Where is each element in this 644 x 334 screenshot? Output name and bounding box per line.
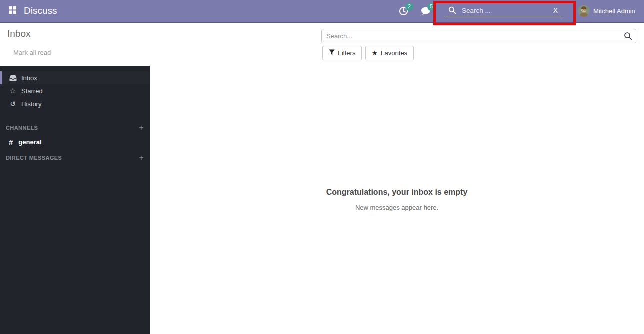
messages-systray-button[interactable]: 5 bbox=[419, 0, 437, 22]
apps-grid-icon bbox=[9, 6, 16, 16]
sidebar-item-label: Inbox bbox=[22, 74, 38, 82]
mark-all-read-button[interactable]: Mark all read bbox=[14, 49, 51, 56]
add-direct-message-button[interactable]: + bbox=[139, 154, 144, 162]
search-underline bbox=[444, 16, 562, 16]
breadcrumb: Inbox bbox=[8, 28, 30, 40]
sidebar-item-inbox[interactable]: Inbox bbox=[0, 72, 150, 84]
user-menu[interactable]: Mitchell Admin bbox=[578, 0, 636, 22]
direct-messages-header: DIRECT MESSAGES + bbox=[0, 154, 150, 162]
channel-name: general bbox=[18, 138, 42, 146]
history-icon: ↺ bbox=[9, 100, 17, 108]
sidebar-item-history[interactable]: ↺ History bbox=[0, 98, 150, 110]
apps-menu-button[interactable] bbox=[4, 0, 21, 22]
app-title: Discuss bbox=[24, 0, 58, 22]
discuss-sidebar: Inbox ☆ Starred ↺ History CHANNELS + # g… bbox=[0, 66, 150, 334]
hash-icon: # bbox=[9, 138, 13, 146]
thread-pane: Congratulations, your inbox is empty New… bbox=[150, 66, 644, 334]
user-avatar bbox=[578, 5, 590, 17]
searchview-magnifier-icon[interactable] bbox=[624, 32, 632, 42]
star-outline-icon: ☆ bbox=[9, 88, 17, 94]
direct-messages-header-label: DIRECT MESSAGES bbox=[6, 155, 62, 161]
user-name: Mitchell Admin bbox=[594, 8, 636, 15]
search-icon bbox=[448, 6, 456, 16]
messages-count-badge: 5 bbox=[428, 3, 436, 11]
add-channel-button[interactable]: + bbox=[139, 124, 144, 132]
inbox-icon bbox=[9, 75, 17, 82]
sidebar-item-starred[interactable]: ☆ Starred bbox=[0, 84, 150, 98]
sidebar-item-channel-general[interactable]: # general bbox=[0, 136, 150, 148]
searchview bbox=[322, 29, 636, 44]
empty-state-title: Congratulations, your inbox is empty bbox=[150, 188, 644, 197]
filter-funnel-icon bbox=[329, 50, 335, 57]
star-icon: ★ bbox=[372, 50, 378, 56]
sidebar-item-label: Starred bbox=[22, 88, 43, 95]
navbar-search: X bbox=[440, 0, 569, 22]
filters-label: Filters bbox=[338, 50, 356, 57]
favorites-label: Favorites bbox=[381, 50, 408, 57]
channels-header-label: CHANNELS bbox=[6, 125, 38, 131]
activity-systray-button[interactable]: 2 bbox=[397, 0, 415, 22]
discuss-app-window: Discuss 2 5 X bbox=[0, 0, 644, 334]
top-navbar: Discuss 2 5 X bbox=[0, 0, 644, 23]
clear-search-button[interactable]: X bbox=[554, 0, 558, 22]
mailbox-group: Inbox ☆ Starred ↺ History bbox=[0, 72, 150, 110]
channels-header: CHANNELS + bbox=[0, 124, 150, 132]
sidebar-item-label: History bbox=[22, 100, 42, 108]
filters-button[interactable]: Filters bbox=[322, 46, 362, 60]
empty-state-subtitle: New messages appear here. bbox=[150, 204, 644, 212]
activity-count-badge: 2 bbox=[406, 3, 414, 11]
control-panel: Inbox Mark all read Filters ★ Favorites bbox=[0, 23, 644, 66]
searchview-input[interactable] bbox=[322, 30, 636, 43]
navbar-search-input[interactable] bbox=[462, 4, 542, 17]
favorites-button[interactable]: ★ Favorites bbox=[366, 46, 414, 60]
